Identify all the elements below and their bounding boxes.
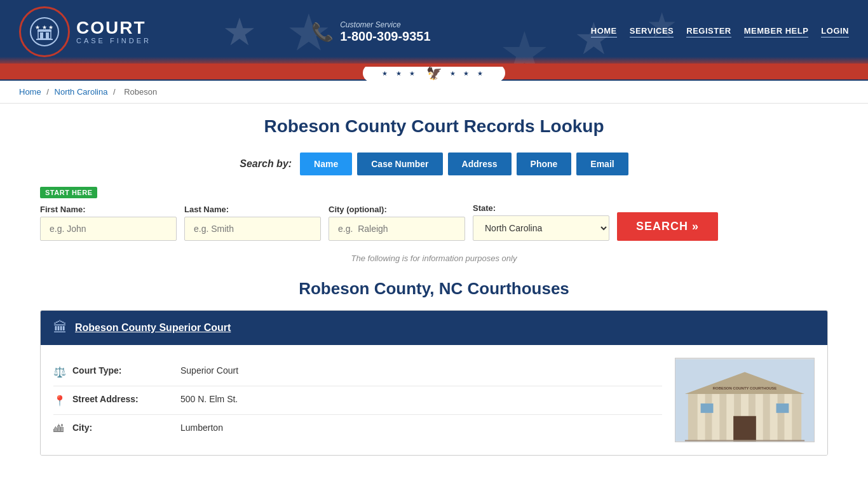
courthouse-image: ROBESON COUNTY COURTHOUSE	[675, 358, 815, 442]
customer-service-phone: 1-800-309-9351	[340, 29, 430, 44]
court-type-value: Superior Court	[180, 365, 238, 376]
tab-address[interactable]: Address	[448, 152, 512, 175]
svg-text:ROBESON COUNTY COURTHOUSE: ROBESON COUNTY COURTHOUSE	[713, 386, 777, 390]
svg-rect-11	[712, 394, 719, 441]
courthouses-title: Robeson County, NC Courthouses	[40, 279, 828, 299]
breadcrumb-county: Robeson	[124, 87, 157, 97]
nav-services[interactable]: SERVICES	[630, 26, 674, 37]
search-button[interactable]: SEARCH »	[617, 212, 718, 241]
first-name-input[interactable]	[40, 217, 177, 241]
courthouse-card-header: 🏛 Robeson County Superior Court	[41, 311, 827, 345]
tab-case-number[interactable]: Case Number	[357, 152, 442, 175]
breadcrumb-home[interactable]: Home	[19, 87, 41, 97]
svg-rect-14	[756, 394, 763, 441]
city-detail-value: Lumberton	[180, 423, 223, 433]
court-type-label: Court Type:	[72, 365, 174, 376]
courthouse-details: ⚖️ Court Type: Superior Court 📍 Street A…	[53, 358, 662, 442]
svg-rect-5	[37, 30, 51, 32]
tab-email[interactable]: Email	[576, 152, 628, 175]
svg-rect-18	[701, 403, 714, 413]
svg-rect-16	[784, 394, 792, 441]
courthouse-card: 🏛 Robeson County Superior Court ⚖️ Court…	[40, 310, 828, 456]
logo-badge: ★ ★ ★	[19, 6, 70, 57]
svg-rect-20	[685, 440, 804, 441]
address-value: 500 N. Elm St.	[180, 394, 238, 404]
svg-rect-10	[698, 394, 705, 441]
tab-phone[interactable]: Phone	[517, 152, 572, 175]
svg-rect-19	[776, 403, 789, 413]
search-fields: First Name: Last Name: City (optional): …	[40, 203, 828, 241]
logo: ★ ★ ★ COURT CASE FINDER	[19, 6, 151, 57]
detail-row-court-type: ⚖️ Court Type: Superior Court	[53, 358, 662, 386]
first-name-label: First Name:	[40, 205, 177, 214]
address-icon: 📍	[53, 395, 66, 407]
eagle-stars-left: ★ ★ ★	[382, 70, 419, 77]
tab-name[interactable]: Name	[300, 152, 352, 175]
search-by-label: Search by:	[240, 158, 292, 170]
breadcrumb-sep2: /	[113, 87, 118, 97]
first-name-group: First Name:	[40, 205, 177, 241]
state-label: State:	[473, 203, 609, 213]
svg-rect-4	[46, 32, 49, 39]
nav-member-help[interactable]: MEMBER HELP	[744, 26, 809, 37]
start-here-badge: START HERE	[40, 187, 97, 198]
courthouse-body: ⚖️ Court Type: Superior Court 📍 Street A…	[41, 345, 827, 455]
svg-rect-3	[40, 32, 43, 39]
customer-service-label: Customer Service	[340, 20, 430, 29]
address-label: Street Address:	[72, 394, 174, 404]
main-content: Robeson County Court Records Lookup Sear…	[21, 104, 847, 481]
svg-rect-6	[36, 39, 53, 40]
city-detail-label: City:	[72, 423, 174, 433]
city-input[interactable]	[329, 217, 465, 241]
page-title: Robeson County Court Records Lookup	[40, 116, 828, 137]
city-label: City (optional):	[329, 205, 465, 214]
state-select[interactable]: North Carolina	[473, 215, 609, 241]
main-nav: HOME SERVICES REGISTER MEMBER HELP LOGIN	[591, 26, 849, 37]
last-name-group: Last Name:	[184, 205, 321, 241]
info-note: The following is for information purpose…	[40, 254, 828, 263]
svg-rect-12	[726, 394, 734, 441]
svg-rect-17	[733, 416, 756, 442]
eagle-stars-right: ★ ★ ★	[450, 70, 487, 77]
last-name-input[interactable]	[184, 217, 321, 241]
logo-text: COURT CASE FINDER	[76, 19, 151, 44]
court-type-icon: ⚖️	[53, 366, 66, 378]
phone-icon: 📞	[311, 22, 334, 43]
logo-court-label: COURT	[76, 19, 151, 37]
detail-row-city: 🏙 City: Lumberton	[53, 415, 662, 442]
nav-register[interactable]: REGISTER	[686, 26, 731, 37]
breadcrumb-state[interactable]: North Carolina	[55, 87, 108, 97]
breadcrumb-sep1: /	[46, 87, 51, 97]
last-name-label: Last Name:	[184, 205, 321, 214]
courthouse-name[interactable]: Robeson County Superior Court	[75, 322, 231, 334]
eagle-symbol: 🦅	[426, 65, 442, 81]
customer-service: 📞 Customer Service 1-800-309-9351	[311, 20, 430, 44]
nav-home[interactable]: HOME	[591, 26, 617, 37]
search-by-row: Search by: Name Case Number Address Phon…	[40, 152, 828, 175]
nav-login[interactable]: LOGIN	[821, 26, 849, 37]
state-group: State: North Carolina	[473, 203, 609, 241]
city-group: City (optional):	[329, 205, 465, 241]
search-section: Search by: Name Case Number Address Phon…	[40, 152, 828, 241]
courthouse-icon: 🏛	[53, 320, 67, 336]
city-icon: 🏙	[53, 423, 66, 435]
breadcrumb: Home / North Carolina / Robeson	[0, 81, 868, 104]
svg-rect-15	[770, 394, 778, 441]
detail-row-address: 📍 Street Address: 500 N. Elm St.	[53, 386, 662, 415]
logo-case-finder-label: CASE FINDER	[76, 37, 151, 44]
